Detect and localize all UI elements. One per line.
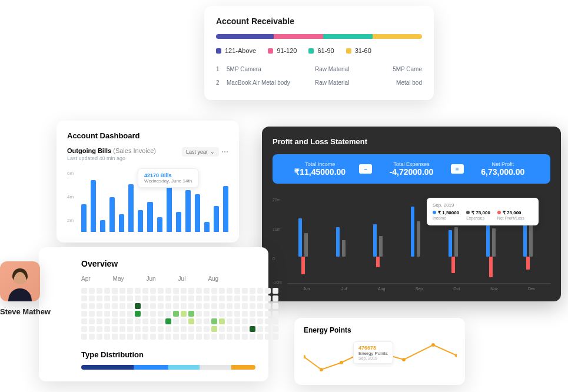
heatmap-cell[interactable]	[165, 303, 171, 309]
heatmap-cell[interactable]	[234, 303, 240, 309]
heatmap-cell[interactable]	[188, 311, 194, 317]
heatmap-cell[interactable]	[173, 311, 179, 317]
expense-bar[interactable]	[342, 240, 346, 257]
heatmap-cell[interactable]	[104, 311, 110, 317]
heatmap-cell[interactable]	[250, 326, 255, 332]
chart-bar[interactable]	[119, 214, 124, 232]
heatmap-cell[interactable]	[127, 303, 133, 309]
heatmap-cell[interactable]	[135, 303, 141, 309]
heatmap-cell[interactable]	[219, 303, 225, 309]
heatmap-cell[interactable]	[234, 326, 240, 332]
chart-bar[interactable]	[214, 206, 219, 232]
expense-bar[interactable]	[379, 236, 383, 257]
chart-bar[interactable]	[128, 184, 134, 232]
chart-bar[interactable]	[109, 197, 115, 232]
heatmap-cell[interactable]	[204, 311, 210, 317]
heatmap-cell[interactable]	[265, 334, 271, 340]
heatmap-cell[interactable]	[142, 334, 148, 340]
chart-bar[interactable]	[185, 190, 191, 232]
heatmap-cell[interactable]	[97, 303, 102, 309]
heatmap-cell[interactable]	[173, 295, 179, 301]
heatmap-cell[interactable]	[196, 318, 202, 324]
heatmap-cell[interactable]	[204, 326, 210, 332]
heatmap-cell[interactable]	[112, 334, 118, 340]
heatmap-cell[interactable]	[242, 318, 248, 324]
heatmap-cell[interactable]	[196, 334, 202, 340]
chart-bar[interactable]	[204, 222, 210, 232]
income-bar[interactable]	[298, 218, 302, 257]
heatmap-cell[interactable]	[204, 288, 210, 294]
heatmap-cell[interactable]	[81, 295, 87, 301]
heatmap-cell[interactable]	[142, 295, 148, 301]
chart-bar[interactable]	[147, 202, 152, 232]
heatmap-cell[interactable]	[188, 334, 194, 340]
heatmap-cell[interactable]	[165, 311, 171, 317]
heatmap-cell[interactable]	[242, 288, 248, 294]
heatmap-cell[interactable]	[104, 303, 110, 309]
heatmap-cell[interactable]	[158, 311, 164, 317]
heatmap-cell[interactable]	[227, 295, 232, 301]
heatmap-cell[interactable]	[211, 303, 217, 309]
heatmap-cell[interactable]	[273, 311, 278, 317]
heatmap-cell[interactable]	[227, 288, 232, 294]
expense-bar[interactable]	[417, 221, 420, 257]
heatmap-cell[interactable]	[196, 288, 202, 294]
income-bar[interactable]	[411, 207, 414, 257]
heatmap-cell[interactable]	[204, 303, 210, 309]
heatmap-cell[interactable]	[257, 318, 263, 324]
heatmap-cell[interactable]	[127, 326, 133, 332]
heatmap-cell[interactable]	[234, 318, 240, 324]
heatmap-cell[interactable]	[196, 326, 202, 332]
heatmap-cell[interactable]	[150, 295, 156, 301]
heatmap-cell[interactable]	[127, 295, 133, 301]
heatmap-cell[interactable]	[142, 318, 148, 324]
heatmap-cell[interactable]	[158, 334, 164, 340]
heatmap-cell[interactable]	[112, 318, 118, 324]
heatmap-cell[interactable]	[104, 334, 110, 340]
heatmap-cell[interactable]	[219, 318, 225, 324]
heatmap-cell[interactable]	[211, 334, 217, 340]
heatmap-cell[interactable]	[112, 288, 118, 294]
heatmap-cell[interactable]	[150, 311, 156, 317]
heatmap-cell[interactable]	[242, 326, 248, 332]
heatmap-cell[interactable]	[112, 303, 118, 309]
heatmap-cell[interactable]	[89, 303, 95, 309]
heatmap-cell[interactable]	[234, 295, 240, 301]
heatmap-cell[interactable]	[104, 318, 110, 324]
heatmap-cell[interactable]	[104, 326, 110, 332]
heatmap-cell[interactable]	[119, 334, 125, 340]
heatmap-cell[interactable]	[97, 295, 102, 301]
expense-bar[interactable]	[454, 227, 458, 257]
heatmap-cell[interactable]	[150, 334, 156, 340]
heatmap-cell[interactable]	[112, 295, 118, 301]
heatmap-cell[interactable]	[234, 311, 240, 317]
heatmap-cell[interactable]	[204, 318, 210, 324]
heatmap-cell[interactable]	[97, 318, 102, 324]
heatmap-cell[interactable]	[188, 288, 194, 294]
heatmap-cell[interactable]	[150, 303, 156, 309]
heatmap-cell[interactable]	[119, 303, 125, 309]
heatmap-cell[interactable]	[158, 303, 164, 309]
heatmap-cell[interactable]	[173, 288, 179, 294]
filter-dropdown[interactable]: Last year⌄	[182, 147, 219, 157]
heatmap-cell[interactable]	[127, 318, 133, 324]
heatmap-cell[interactable]	[265, 318, 271, 324]
heatmap-cell[interactable]	[211, 311, 217, 317]
heatmap-cell[interactable]	[181, 303, 187, 309]
heatmap-cell[interactable]	[104, 295, 110, 301]
heatmap-cell[interactable]	[81, 334, 87, 340]
heatmap-cell[interactable]	[273, 334, 278, 340]
heatmap-cell[interactable]	[104, 288, 110, 294]
heatmap-cell[interactable]	[127, 334, 133, 340]
heatmap-cell[interactable]	[165, 288, 171, 294]
heatmap-cell[interactable]	[173, 326, 179, 332]
chart-bar[interactable]	[91, 180, 96, 232]
heatmap-cell[interactable]	[119, 295, 125, 301]
heatmap-cell[interactable]	[242, 334, 248, 340]
heatmap-cell[interactable]	[97, 334, 102, 340]
heatmap-cell[interactable]	[89, 334, 95, 340]
contribution-heatmap[interactable]	[81, 288, 255, 340]
heatmap-cell[interactable]	[250, 334, 255, 340]
heatmap-cell[interactable]	[81, 303, 87, 309]
heatmap-cell[interactable]	[257, 334, 263, 340]
